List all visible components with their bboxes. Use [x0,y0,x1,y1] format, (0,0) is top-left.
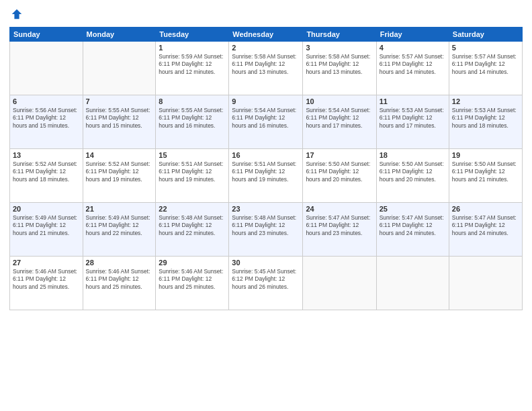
day-number: 12 [452,97,519,105]
calendar-day-cell: 11Sunrise: 5:53 AM Sunset: 6:11 PM Dayli… [376,95,449,149]
day-info: Sunrise: 5:56 AM Sunset: 6:11 PM Dayligh… [13,107,80,130]
day-number: 6 [13,97,80,105]
calendar-day-cell: 2Sunrise: 5:58 AM Sunset: 6:11 PM Daylig… [229,42,303,95]
calendar-day-cell: 10Sunrise: 5:54 AM Sunset: 6:11 PM Dayli… [303,95,376,149]
calendar-day-cell: 12Sunrise: 5:53 AM Sunset: 6:11 PM Dayli… [449,95,522,149]
calendar-day-cell: 19Sunrise: 5:50 AM Sunset: 6:11 PM Dayli… [449,149,522,203]
day-info: Sunrise: 5:47 AM Sunset: 6:11 PM Dayligh… [306,214,373,237]
calendar-day-cell: 23Sunrise: 5:48 AM Sunset: 6:11 PM Dayli… [229,203,303,257]
day-info: Sunrise: 5:49 AM Sunset: 6:11 PM Dayligh… [86,214,153,237]
day-info: Sunrise: 5:46 AM Sunset: 6:11 PM Dayligh… [159,268,226,291]
calendar-day-cell: 15Sunrise: 5:51 AM Sunset: 6:11 PM Dayli… [156,149,229,203]
calendar-week-row: 13Sunrise: 5:52 AM Sunset: 6:11 PM Dayli… [10,149,523,203]
day-number: 24 [306,205,373,213]
calendar-week-row: 6Sunrise: 5:56 AM Sunset: 6:11 PM Daylig… [10,95,523,149]
day-number: 20 [13,205,80,213]
calendar-day-cell: 4Sunrise: 5:57 AM Sunset: 6:11 PM Daylig… [376,42,449,95]
page: SundayMondayTuesdayWednesdayThursdayFrid… [0,0,532,411]
day-info: Sunrise: 5:50 AM Sunset: 6:11 PM Dayligh… [452,161,519,183]
calendar-table: SundayMondayTuesdayWednesdayThursdayFrid… [9,27,523,310]
day-number: 3 [306,44,373,52]
calendar-day-cell: 9Sunrise: 5:54 AM Sunset: 6:11 PM Daylig… [229,95,303,149]
calendar-day-cell [83,42,156,95]
calendar-day-cell: 16Sunrise: 5:51 AM Sunset: 6:11 PM Dayli… [229,149,303,203]
day-number: 15 [159,151,226,159]
day-number: 8 [159,97,226,105]
weekday-header: Friday [376,28,449,42]
day-number: 10 [306,97,373,105]
day-number: 26 [452,205,519,213]
header [9,7,523,23]
weekday-header: Monday [83,28,156,42]
day-info: Sunrise: 5:57 AM Sunset: 6:11 PM Dayligh… [380,53,446,76]
day-number: 4 [380,44,446,52]
calendar-day-cell: 21Sunrise: 5:49 AM Sunset: 6:11 PM Dayli… [83,203,156,257]
day-number: 18 [380,151,446,159]
day-number: 9 [232,97,300,105]
day-info: Sunrise: 5:49 AM Sunset: 6:11 PM Dayligh… [13,214,80,237]
day-info: Sunrise: 5:57 AM Sunset: 6:11 PM Dayligh… [452,53,519,76]
day-info: Sunrise: 5:55 AM Sunset: 6:11 PM Dayligh… [159,107,226,130]
day-number: 28 [86,259,153,267]
weekday-header-row: SundayMondayTuesdayWednesdayThursdayFrid… [10,28,523,42]
day-info: Sunrise: 5:51 AM Sunset: 6:11 PM Dayligh… [232,161,300,183]
day-info: Sunrise: 5:53 AM Sunset: 6:11 PM Dayligh… [380,107,446,130]
day-number: 7 [86,97,153,105]
calendar-day-cell: 13Sunrise: 5:52 AM Sunset: 6:11 PM Dayli… [10,149,83,203]
calendar-day-cell: 22Sunrise: 5:48 AM Sunset: 6:11 PM Dayli… [156,203,229,257]
day-info: Sunrise: 5:45 AM Sunset: 6:12 PM Dayligh… [232,268,300,291]
day-number: 27 [13,259,80,267]
day-info: Sunrise: 5:48 AM Sunset: 6:11 PM Dayligh… [232,214,300,237]
day-info: Sunrise: 5:58 AM Sunset: 6:11 PM Dayligh… [306,53,373,76]
calendar-week-row: 27Sunrise: 5:46 AM Sunset: 6:11 PM Dayli… [10,257,523,310]
calendar-day-cell: 7Sunrise: 5:55 AM Sunset: 6:11 PM Daylig… [83,95,156,149]
day-info: Sunrise: 5:50 AM Sunset: 6:11 PM Dayligh… [306,161,373,183]
calendar-day-cell: 30Sunrise: 5:45 AM Sunset: 6:12 PM Dayli… [229,257,303,310]
calendar-day-cell: 28Sunrise: 5:46 AM Sunset: 6:11 PM Dayli… [83,257,156,310]
day-info: Sunrise: 5:54 AM Sunset: 6:11 PM Dayligh… [232,107,300,130]
day-number: 29 [159,259,226,267]
calendar-day-cell [303,257,376,310]
calendar-day-cell: 29Sunrise: 5:46 AM Sunset: 6:11 PM Dayli… [156,257,229,310]
weekday-header: Wednesday [229,28,303,42]
day-info: Sunrise: 5:55 AM Sunset: 6:11 PM Dayligh… [86,107,153,130]
day-info: Sunrise: 5:47 AM Sunset: 6:11 PM Dayligh… [452,214,519,237]
day-number: 16 [232,151,300,159]
logo [9,7,23,23]
day-number: 25 [380,205,446,213]
day-number: 22 [159,205,226,213]
calendar-week-row: 20Sunrise: 5:49 AM Sunset: 6:11 PM Dayli… [10,203,523,257]
day-info: Sunrise: 5:54 AM Sunset: 6:11 PM Dayligh… [306,107,373,130]
weekday-header: Sunday [10,28,83,42]
day-info: Sunrise: 5:59 AM Sunset: 6:11 PM Dayligh… [159,53,226,76]
calendar-day-cell: 3Sunrise: 5:58 AM Sunset: 6:11 PM Daylig… [303,42,376,95]
day-info: Sunrise: 5:46 AM Sunset: 6:11 PM Dayligh… [86,268,153,291]
calendar-day-cell: 20Sunrise: 5:49 AM Sunset: 6:11 PM Dayli… [10,203,83,257]
calendar-day-cell [10,42,83,95]
calendar-day-cell: 27Sunrise: 5:46 AM Sunset: 6:11 PM Dayli… [10,257,83,310]
day-info: Sunrise: 5:50 AM Sunset: 6:11 PM Dayligh… [380,161,446,183]
day-number: 21 [86,205,153,213]
calendar-week-row: 1Sunrise: 5:59 AM Sunset: 6:11 PM Daylig… [10,42,523,95]
day-info: Sunrise: 5:52 AM Sunset: 6:11 PM Dayligh… [86,161,153,183]
calendar-day-cell [376,257,449,310]
logo-icon [11,8,23,20]
day-number: 14 [86,151,153,159]
day-info: Sunrise: 5:47 AM Sunset: 6:11 PM Dayligh… [380,214,446,237]
calendar-day-cell: 17Sunrise: 5:50 AM Sunset: 6:11 PM Dayli… [303,149,376,203]
day-number: 5 [452,44,519,52]
day-info: Sunrise: 5:51 AM Sunset: 6:11 PM Dayligh… [159,161,226,183]
calendar-day-cell: 25Sunrise: 5:47 AM Sunset: 6:11 PM Dayli… [376,203,449,257]
day-number: 19 [452,151,519,159]
day-number: 23 [232,205,300,213]
calendar-day-cell: 1Sunrise: 5:59 AM Sunset: 6:11 PM Daylig… [156,42,229,95]
svg-marker-0 [12,9,21,19]
day-info: Sunrise: 5:53 AM Sunset: 6:11 PM Dayligh… [452,107,519,130]
weekday-header: Thursday [303,28,376,42]
day-number: 2 [232,44,300,52]
calendar-day-cell: 14Sunrise: 5:52 AM Sunset: 6:11 PM Dayli… [83,149,156,203]
weekday-header: Saturday [449,28,522,42]
weekday-header: Tuesday [156,28,229,42]
calendar-day-cell: 18Sunrise: 5:50 AM Sunset: 6:11 PM Dayli… [376,149,449,203]
day-number: 1 [159,44,226,52]
